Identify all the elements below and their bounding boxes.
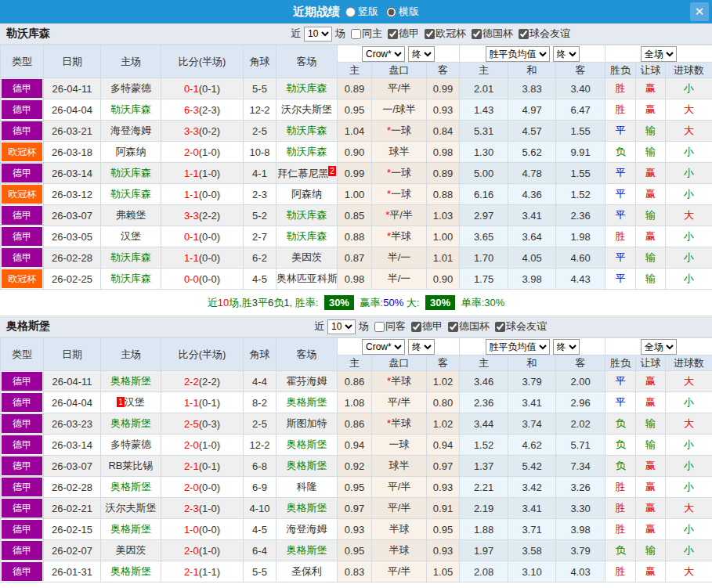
- filter-checkbox[interactable]: [388, 29, 398, 39]
- filter-checkbox[interactable]: [411, 322, 421, 332]
- avg-type-select[interactable]: 胜平负均值: [486, 339, 550, 355]
- avg-draw: 3.41: [508, 498, 556, 519]
- filter-option[interactable]: 同主: [351, 27, 382, 41]
- league-badge: 德甲: [2, 456, 42, 475]
- score-cell: 2-1(1-1): [161, 561, 244, 583]
- score-cell: 0-1(0-1): [161, 78, 244, 99]
- filter-checkbox[interactable]: [425, 29, 435, 39]
- filter-checkbox[interactable]: [351, 29, 361, 39]
- layout-option[interactable]: 竖版: [345, 5, 378, 19]
- away-team-cell: 阿森纳: [276, 184, 338, 205]
- filter-option[interactable]: 同客: [374, 319, 406, 334]
- filter-label: 欧冠杯: [436, 27, 466, 41]
- filter-label: 德甲: [422, 319, 443, 334]
- filter-option[interactable]: 德甲: [411, 319, 443, 334]
- home-team-name: 奥格斯堡: [110, 375, 151, 387]
- home-team-cell: 沃尔夫斯堡: [101, 498, 161, 519]
- filter-label: 德国杯: [482, 27, 513, 41]
- away-team-cell: 沃尔夫斯堡: [276, 99, 338, 121]
- halftime-score: (1-1): [199, 566, 220, 578]
- filter-checkbox[interactable]: [519, 29, 529, 39]
- avg-stage-select[interactable]: 终: [553, 46, 580, 62]
- filter-bar: 近 10 场 同主 德甲 欧冠杯: [149, 27, 712, 41]
- match-date: 26-03-07: [44, 205, 101, 226]
- fulltime-score: 2-0: [184, 439, 199, 451]
- period-select[interactable]: 全场: [641, 46, 677, 62]
- home-team-name: RB莱比锡: [108, 460, 153, 471]
- filter-option[interactable]: 球会友谊: [495, 319, 547, 334]
- match-count-select[interactable]: 10: [304, 27, 332, 41]
- layout-radio[interactable]: [386, 7, 396, 17]
- filter-option[interactable]: 德国杯: [448, 319, 490, 334]
- fulltime-score: 1-1: [184, 252, 199, 264]
- result-handicap: 输: [636, 540, 666, 561]
- summary-segment: 3: [252, 297, 258, 308]
- corner-count: 2-5: [244, 121, 276, 142]
- away-team-name: 奥格斯堡: [287, 502, 327, 514]
- league-badge: 德甲: [2, 499, 42, 518]
- avg-draw: 4.78: [508, 163, 556, 184]
- filter-label: 球会友谊: [506, 319, 547, 334]
- home-team-name: 弗赖堡: [116, 209, 146, 221]
- match-count-select[interactable]: 10: [327, 319, 356, 334]
- avg-draw: 3.42: [508, 477, 556, 498]
- layout-option[interactable]: 横版: [386, 5, 419, 19]
- odds-stage-select[interactable]: 终: [408, 339, 435, 355]
- odds-away: 0.89: [427, 163, 460, 184]
- avg-away: 6.47: [556, 99, 605, 121]
- handicap-cell: 平/半: [372, 392, 427, 413]
- handicap-text: 一球: [391, 188, 411, 200]
- filter-option[interactable]: 欧冠杯: [425, 27, 466, 41]
- close-button[interactable]: ✕: [690, 2, 709, 21]
- league-type-cell: 德甲: [1, 78, 44, 99]
- halftime-score: (0-2): [199, 125, 220, 137]
- result-goals: 小: [666, 78, 712, 99]
- period-select[interactable]: 全场: [641, 339, 677, 355]
- avg-home: 3.44: [460, 413, 508, 435]
- match-date: 26-02-15: [44, 519, 101, 540]
- avg-draw: 3.74: [508, 413, 556, 435]
- result-wdl: 胜: [605, 78, 636, 99]
- layout-radio[interactable]: [345, 7, 356, 17]
- avg-away: 1.55: [556, 163, 605, 184]
- avg-home: 1.43: [460, 99, 508, 121]
- league-badge: 德甲: [2, 79, 42, 98]
- result-handicap: 赢: [636, 498, 666, 519]
- away-team-name: 奥格斯堡: [287, 396, 327, 408]
- avg-away: 2.02: [556, 413, 605, 435]
- result-handicap: 输: [636, 413, 666, 435]
- avg-type-select[interactable]: 胜平负均值: [486, 46, 550, 62]
- avg-away: 5.71: [556, 435, 605, 456]
- fulltime-score: 2-1: [184, 566, 199, 578]
- filter-checkbox[interactable]: [448, 322, 458, 332]
- league-type-cell: 德甲: [1, 392, 44, 413]
- filter-option[interactable]: 球会友谊: [519, 27, 570, 41]
- filter-checkbox[interactable]: [374, 322, 385, 332]
- fulltime-score: 2-3: [184, 503, 199, 514]
- away-team-cell: 勒沃库森: [276, 121, 338, 142]
- halftime-score: (2-3): [199, 104, 220, 116]
- bookmaker-select[interactable]: Crow*: [362, 46, 405, 62]
- summary-segment: 平: [258, 296, 268, 310]
- filter-option[interactable]: 德国杯: [472, 27, 513, 41]
- score-cell: 3-3(2-2): [161, 205, 244, 226]
- bookmaker-select[interactable]: Crow*: [362, 339, 405, 355]
- result-wdl: 平: [605, 121, 636, 142]
- filter-checkbox[interactable]: [472, 29, 482, 39]
- away-team-name: 海登海姆: [287, 523, 327, 535]
- filter-option[interactable]: 德甲: [388, 27, 419, 41]
- score-cell: 2-0(1-0): [161, 540, 244, 561]
- odds-home: 0.95: [338, 99, 372, 121]
- handicap-text: 半球: [389, 544, 410, 556]
- filter-checkbox[interactable]: [495, 322, 505, 332]
- league-type-cell: 德甲: [1, 498, 44, 519]
- avg-stage-select[interactable]: 终: [553, 339, 580, 355]
- odds-stage-select[interactable]: 终: [408, 46, 435, 62]
- subcol-avg-away: 客: [556, 63, 605, 78]
- result-handicap: 输: [636, 205, 666, 226]
- avg-away: 1.98: [556, 226, 605, 247]
- halftime-score: (1-0): [199, 503, 220, 514]
- home-team-cell: 奥格斯堡: [101, 561, 161, 583]
- match-date: 26-03-12: [44, 184, 101, 205]
- subcol-avg-home: 主: [460, 355, 508, 371]
